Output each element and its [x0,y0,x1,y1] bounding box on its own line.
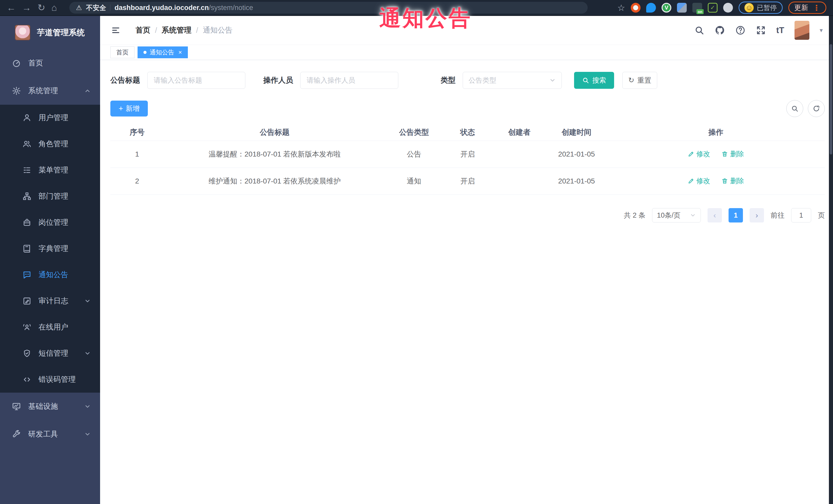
search-button[interactable]: 搜索 [574,72,614,89]
edit-square-icon [23,297,31,305]
gem-extension-icon[interactable] [677,3,687,13]
sidebar-item-label: 系统管理 [28,86,58,96]
fullscreen-icon[interactable] [756,25,766,35]
github-icon[interactable] [715,25,725,35]
edit-link[interactable]: 修改 [688,149,710,159]
sidebar-item-infrastructure[interactable]: 基础设施 [0,393,100,421]
edit-link[interactable]: 修改 [688,176,710,186]
page-scrollbar[interactable] [829,16,833,504]
location-pin-extension-icon[interactable] [646,3,656,13]
forward-arrow-icon[interactable]: → [22,3,31,12]
delete-link-label: 删除 [730,149,744,159]
sidebar-item-users[interactable]: 用户管理 [0,105,100,131]
delete-link[interactable]: 删除 [721,176,744,186]
filter-form: 公告标题 操作人员 类型 公告类型 搜索 ↻ 重置 [110,72,825,89]
sidebar-item-label: 基础设施 [28,401,58,412]
cell-title: 维护通知：2018-07-01 若依系统凌晨维护 [164,176,385,186]
caret-down-icon[interactable]: ▾ [820,27,823,34]
security-label: 不安全 [86,3,106,12]
pen-icon [688,151,694,157]
goto-label: 前往 [771,211,785,220]
sidebar-item-menus[interactable]: 菜单管理 [0,157,100,183]
current-page[interactable]: 1 [729,208,743,222]
user-avatar[interactable] [794,21,809,40]
monitor-chart-icon [12,402,21,411]
extensions-puzzle-icon[interactable] [723,3,733,13]
goto-page-input[interactable] [791,208,811,222]
help-icon[interactable] [735,25,745,35]
breadcrumb-system[interactable]: 系统管理 [162,25,191,35]
sidebar-item-label: 在线用户 [39,322,68,332]
sidebar-item-error-codes[interactable]: 错误码管理 [0,366,100,393]
sidebar-item-label: 错误码管理 [39,375,76,385]
table-toolbar: + 新增 [110,100,825,117]
sidebar-collapse-icon[interactable] [110,26,121,35]
ubuntu-extension-icon[interactable] [631,3,641,13]
breadcrumb-home[interactable]: 首页 [136,25,150,35]
sidebar-item-system[interactable]: 系统管理 [0,77,100,105]
app-title: 芋道管理系统 [37,27,85,38]
extension-on-badge: on [696,9,704,14]
next-page-button[interactable]: › [749,208,764,222]
type-filter-select[interactable]: 公告类型 [463,72,562,89]
sidebar-item-dict[interactable]: 字典管理 [0,236,100,262]
reset-button[interactable]: ↻ 重置 [622,72,657,89]
prev-page-button[interactable]: ‹ [708,208,722,222]
sidebar-item-departments[interactable]: 部门管理 [0,183,100,209]
sidebar-item-roles[interactable]: 角色管理 [0,131,100,157]
breadcrumb-separator: / [196,26,198,34]
online-user-icon [23,323,31,332]
column-header: 操作 [607,127,825,138]
url-bar[interactable]: ⚠ 不安全 dashboard.yudao.iocoder.cn/system/… [69,2,588,14]
type-filter-label: 类型 [441,75,455,86]
sidebar-item-label: 首页 [28,58,43,68]
sidebar-item-posts[interactable]: 岗位管理 [0,209,100,236]
home-icon[interactable]: ⌂ [51,3,57,12]
toggle-search-button[interactable] [786,100,803,117]
tab-notice[interactable]: 通知公告 × [138,46,188,58]
cell-created-at: 2021-01-05 [546,150,607,158]
sidebar-item-label: 通知公告 [39,270,68,280]
emoji-avatar-icon: ☺ [744,3,754,12]
system-submenu: 用户管理 角色管理 菜单管理 部门管理 岗位管理 字典管理 [0,105,100,393]
close-icon[interactable]: × [178,49,182,56]
page-size-select[interactable]: 10条/页 [652,208,701,222]
sidebar-item-home[interactable]: 首页 [0,49,100,77]
sidebar-item-label: 用户管理 [39,113,68,123]
chevron-down-icon [690,212,696,218]
tab-home[interactable]: 首页 [110,46,135,58]
profile-chip[interactable]: ☺ 已暂停 [739,2,783,14]
url-path: /system/notice [209,4,253,11]
title-filter-input[interactable] [147,72,245,89]
refresh-icon: ↻ [628,77,634,84]
sidebar-item-sms[interactable]: 短信管理 [0,340,100,366]
refresh-table-button[interactable] [808,100,825,117]
reset-button-label: 重置 [638,76,651,85]
trash-icon [721,177,728,184]
breadcrumb-current: 通知公告 [203,25,233,35]
delete-link[interactable]: 删除 [721,149,744,159]
dark-extension-icon[interactable]: on [692,3,702,13]
sprout-extension-icon[interactable]: ✓ [708,3,717,13]
bookmark-star-icon[interactable]: ☆ [617,3,625,13]
back-arrow-icon[interactable]: ← [7,3,16,12]
breadcrumb-separator: / [155,26,157,34]
operator-filter-input[interactable] [300,72,398,89]
sidebar-logo[interactable]: 芋道管理系统 [0,16,100,49]
sidebar-item-audit-log[interactable]: 审计日志 [0,288,100,314]
dashboard-icon [12,58,21,68]
sidebar-item-dev-tools[interactable]: 研发工具 [0,421,100,448]
reload-icon[interactable]: ↻ [38,3,45,12]
screen: ← → ↻ ⌂ ⚠ 不安全 dashboard.yudao.iocoder.cn… [0,0,833,504]
sidebar-item-online-users[interactable]: 在线用户 [0,314,100,340]
kebab-menu-icon[interactable]: ⋮ [813,3,820,12]
scrollbar-thumb[interactable] [830,44,832,154]
add-button[interactable]: + 新增 [110,101,148,117]
sidebar-item-label: 研发工具 [28,429,58,439]
font-size-icon[interactable]: tT [776,25,784,35]
search-icon[interactable] [694,25,705,35]
pagination-total: 共 2 条 [624,211,645,220]
sidebar-item-notice[interactable]: 通知公告 [0,262,100,288]
browser-update-button[interactable]: 更新 ⋮ [788,2,826,14]
green-v-extension-icon[interactable]: V [662,3,671,13]
